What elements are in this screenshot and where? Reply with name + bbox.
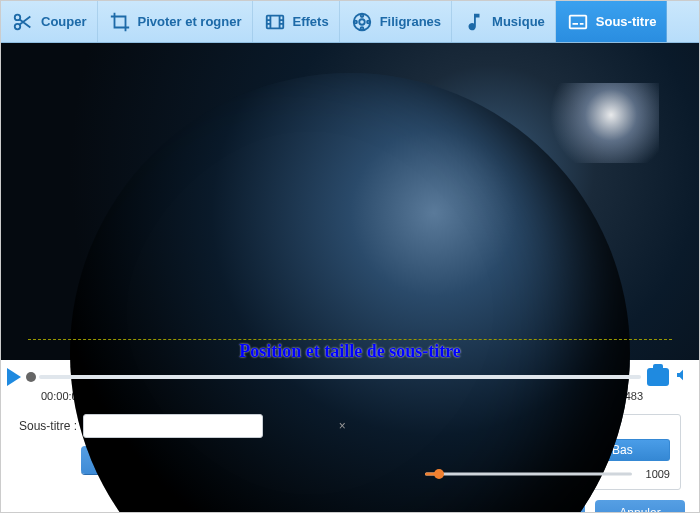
- preview-glow: [539, 83, 659, 163]
- tab-couper[interactable]: Couper: [1, 1, 98, 42]
- cancel-button[interactable]: Annuler: [595, 500, 685, 513]
- subtitle-icon: [566, 10, 590, 34]
- effects-icon: [263, 10, 287, 34]
- snapshot-button[interactable]: [647, 368, 669, 386]
- subtitle-label: Sous-titre :: [19, 419, 77, 433]
- subtitle-guide: [28, 339, 672, 340]
- play-button[interactable]: [7, 368, 21, 386]
- tab-label: Filigranes: [380, 14, 441, 29]
- timeline-track[interactable]: [27, 370, 641, 384]
- tab-label: Pivoter et rogner: [138, 14, 242, 29]
- watermark-icon: [350, 10, 374, 34]
- svg-rect-9: [570, 15, 587, 28]
- tab-pivoter-rogner[interactable]: Pivoter et rogner: [98, 1, 253, 42]
- subtitle-sample-text: Position et taille de sous-titre: [1, 341, 699, 362]
- svg-point-8: [367, 20, 370, 23]
- tab-label: Effets: [293, 14, 329, 29]
- svg-point-4: [359, 19, 365, 25]
- tabs-toolbar: Couper Pivoter et rogner Effets Filigran…: [1, 1, 699, 43]
- tab-label: Sous-titre: [596, 14, 657, 29]
- timeline-bar: [39, 375, 641, 379]
- music-icon: [462, 10, 486, 34]
- slider-thumb[interactable]: [434, 469, 444, 479]
- subtitle-input[interactable]: [83, 414, 263, 438]
- tab-effets[interactable]: Effets: [253, 1, 340, 42]
- cut-icon: [11, 10, 35, 34]
- tab-label: Musique: [492, 14, 545, 29]
- slider-max: 1009: [640, 468, 670, 480]
- tab-filigranes[interactable]: Filigranes: [340, 1, 452, 42]
- crop-icon: [108, 10, 132, 34]
- position-slider[interactable]: [425, 467, 632, 481]
- tab-label: Couper: [41, 14, 87, 29]
- video-preview: Position et taille de sous-titre: [1, 43, 699, 360]
- slider-track: [425, 473, 632, 476]
- clear-icon[interactable]: ×: [339, 419, 346, 433]
- svg-point-5: [360, 14, 363, 17]
- timeline-playhead[interactable]: [26, 372, 36, 382]
- tab-musique[interactable]: Musique: [452, 1, 556, 42]
- tab-sous-titre[interactable]: Sous-titre: [556, 1, 668, 42]
- svg-rect-2: [266, 15, 283, 28]
- volume-button[interactable]: [675, 367, 691, 387]
- svg-point-6: [360, 27, 363, 30]
- svg-point-7: [354, 20, 357, 23]
